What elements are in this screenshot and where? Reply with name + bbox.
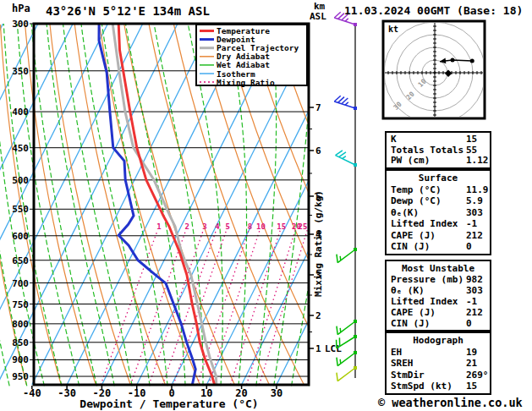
panel-row-value: 269° <box>466 370 489 381</box>
panel-row-value: 0 <box>466 241 472 253</box>
panel-row-value: 1.12 <box>466 156 489 167</box>
svg-text:2: 2 <box>315 310 321 321</box>
panel-row-value: 15 <box>466 381 477 392</box>
panel-row: Lifted Index-1 <box>387 218 490 230</box>
indices-panel: SurfaceTemp (°C)11.9Dewp (°C)5.9θₑ(K)303… <box>385 169 491 255</box>
mixing-ratio-lines <box>101 230 307 385</box>
panel-row: Temp (°C)11.9 <box>387 184 490 196</box>
panel-row: StmDir269° <box>387 370 490 381</box>
panel-row: StmSpd (kt)15 <box>387 381 490 392</box>
panel-row: PW (cm)1.12 <box>387 156 490 167</box>
panel-row-label: θₑ (K) <box>391 285 425 296</box>
panel-row-value: 212 <box>466 307 483 318</box>
panel-row-label: Lifted Index <box>391 218 458 229</box>
wind-barb <box>336 151 357 167</box>
svg-text:900: 900 <box>12 354 29 365</box>
wind-barb-stack <box>334 12 357 381</box>
wind-barb <box>337 320 357 335</box>
svg-text:650: 650 <box>12 255 29 266</box>
panel-row-value: 303 <box>466 285 483 296</box>
panel-row-value: 212 <box>466 230 483 242</box>
panel-row-label: θₑ(K) <box>391 207 419 218</box>
wind-barb <box>337 335 357 348</box>
panel-row: EH19 <box>387 347 490 359</box>
svg-text:500: 500 <box>12 175 29 186</box>
panel-row: θₑ (K)303 <box>387 285 490 296</box>
svg-text:30: 30 <box>271 387 282 399</box>
svg-text:10: 10 <box>256 222 266 231</box>
panel-row-value: -1 <box>466 218 477 230</box>
panel-row: θₑ(K)303 <box>387 207 490 219</box>
svg-text:3: 3 <box>202 222 206 231</box>
panel-row-label: Totals Totals <box>391 145 463 156</box>
panel-row-value: 303 <box>466 207 483 219</box>
svg-text:6: 6 <box>315 145 321 156</box>
temperature-axis: -40-30-20-100102030Dewpoint / Temperatur… <box>23 386 282 410</box>
svg-text:800: 800 <box>12 319 29 330</box>
svg-text:4: 4 <box>215 222 220 231</box>
indices-panel: K15Totals Totals55PW (cm)1.12 <box>385 131 491 169</box>
svg-text:8: 8 <box>248 222 252 231</box>
panel-row: CAPE (J)212 <box>387 307 490 318</box>
svg-text:30: 30 <box>392 101 403 112</box>
svg-text:750: 750 <box>12 299 29 310</box>
panel-row: Pressure (mb)982 <box>387 274 490 285</box>
panel-row-value: 21 <box>466 358 477 370</box>
panel-row-value: 11.9 <box>466 184 489 196</box>
panel-row-label: StmSpd (kt) <box>391 381 452 392</box>
station-title: 43°26'N 5°12'E 134m ASL <box>46 4 210 18</box>
pressure-axis-unit: hPa <box>12 3 30 14</box>
sounding-app: 1234581015202530035040045050055060065070… <box>0 0 532 411</box>
panel-row: CIN (J)0 <box>387 241 490 253</box>
panel-row-value: 15 <box>466 134 477 145</box>
panel-row: Lifted Index-1 <box>387 296 490 307</box>
panel-row-label: CAPE (J) <box>391 307 436 318</box>
panel-row-label: CAPE (J) <box>391 230 436 241</box>
panel-row-value: 0 <box>466 318 472 329</box>
svg-text:300: 300 <box>12 19 29 30</box>
svg-text:1: 1 <box>156 222 161 231</box>
panel-row-label: Temp (°C) <box>391 184 442 195</box>
hodograph: 102030kt <box>383 21 485 123</box>
svg-text:400: 400 <box>12 107 29 118</box>
panel-row-label: SREH <box>391 358 414 369</box>
svg-text:550: 550 <box>12 204 29 215</box>
storm-motion-marker <box>445 70 452 77</box>
panel-row-label: CIN (J) <box>391 241 430 252</box>
wind-barb <box>337 366 357 381</box>
svg-text:5: 5 <box>225 222 229 231</box>
indices-panel: Most UnstablePressure (mb)982θₑ (K)303Li… <box>385 260 491 332</box>
hodograph-unit-label: kt <box>388 25 398 34</box>
svg-text:7: 7 <box>315 102 321 113</box>
height-axis-unit-asl: ASL <box>310 11 326 22</box>
wind-barb <box>334 96 357 110</box>
panel-row: CIN (J)0 <box>387 318 490 329</box>
credit-link[interactable]: © weatheronline.co.uk <box>378 396 523 409</box>
svg-text:1: 1 <box>315 343 321 354</box>
svg-text:600: 600 <box>12 231 29 242</box>
svg-text:450: 450 <box>12 143 29 154</box>
svg-text:350: 350 <box>12 66 29 77</box>
panel-row-label: PW (cm) <box>391 155 430 166</box>
panel-row-label: EH <box>391 347 402 358</box>
panel-title: Most Unstable <box>387 263 490 274</box>
panel-row: CAPE (J)212 <box>387 230 490 242</box>
panel-row-label: Pressure (mb) <box>391 274 463 285</box>
svg-text:15: 15 <box>277 222 286 231</box>
datetime-label: 11.03.2024 00GMT (Base: 18) <box>344 4 523 17</box>
panel-row-label: Lifted Index <box>391 296 458 307</box>
panel-row-value: 982 <box>466 274 483 285</box>
svg-text:-40: -40 <box>23 387 41 399</box>
svg-text:20: 20 <box>405 90 416 101</box>
svg-text:-30: -30 <box>58 387 76 399</box>
panel-row-label: StmDir <box>391 370 425 381</box>
svg-text:Mixing Ratio (g/kg): Mixing Ratio (g/kg) <box>313 190 324 297</box>
panel-row-value: -1 <box>466 296 477 307</box>
panel-row-value: 19 <box>466 347 477 359</box>
panel-row: SREH21 <box>387 358 490 370</box>
svg-text:700: 700 <box>12 278 29 289</box>
svg-text:Mixing Ratio: Mixing Ratio <box>217 78 275 87</box>
panel-row-label: CIN (J) <box>391 318 430 329</box>
svg-text:2: 2 <box>185 222 189 231</box>
indices-panel: HodographEH19SREH21StmDir269°StmSpd (kt)… <box>385 332 491 395</box>
